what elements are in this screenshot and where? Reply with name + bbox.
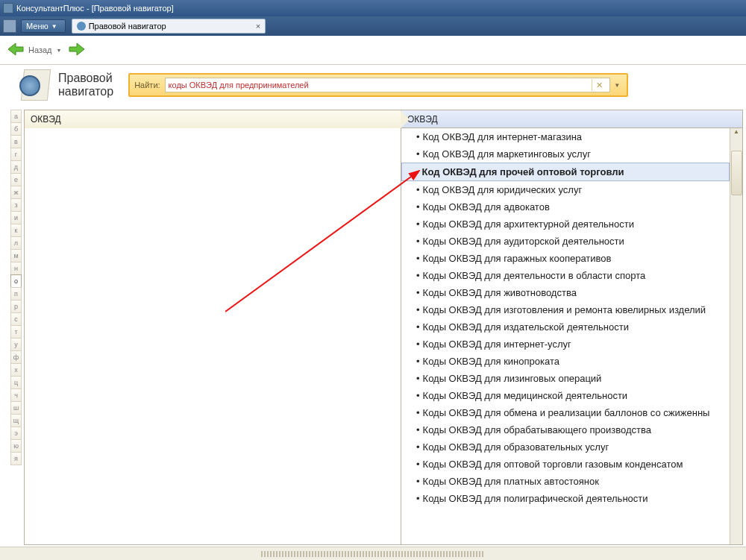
alpha-btn-и[interactable]: и	[10, 211, 22, 224]
alpha-btn-г[interactable]: г	[10, 148, 22, 161]
list-item-label: Коды ОКВЭД для издательской деятельности	[423, 321, 629, 333]
status-bar	[0, 547, 746, 560]
alpha-btn-в[interactable]: в	[10, 135, 22, 148]
page-header: Правовой навигатор Найти: коды ОКВЭД для…	[0, 65, 746, 105]
list-item[interactable]: •Код ОКВЭД для интернет-магазина	[401, 128, 730, 145]
alpha-btn-ш[interactable]: ш	[10, 401, 22, 415]
alpha-btn-ч[interactable]: ч	[10, 388, 22, 402]
list-item[interactable]: •Коды ОКВЭД для обрабатывающего производ…	[401, 421, 730, 438]
list-item-label: Код ОКВЭД для интернет-магазина	[423, 131, 583, 142]
alpha-btn-х[interactable]: х	[10, 363, 22, 377]
left-pane: ОКВЭД	[24, 110, 401, 545]
list-item[interactable]: •Коды ОКВЭД для платных автостоянок	[401, 473, 730, 490]
history-dropdown[interactable]: ▼	[57, 48, 62, 53]
alpha-btn-п[interactable]: п	[10, 287, 22, 301]
alpha-btn-к[interactable]: к	[10, 224, 22, 237]
alpha-index: абвгдежзиклмнопрстуфхцчшщэюя	[10, 110, 22, 545]
bullet-icon: •	[416, 441, 420, 453]
alpha-btn-м[interactable]: м	[10, 249, 22, 262]
list-item[interactable]: •Коды ОКВЭД для гаражных кооперативов	[401, 250, 730, 267]
bullet-icon: •	[416, 253, 420, 264]
right-header: ОКВЭД	[401, 110, 742, 128]
menu-label: Меню	[26, 22, 48, 31]
bullet-icon: •	[416, 356, 420, 367]
app-icon	[3, 3, 13, 13]
alpha-btn-я[interactable]: я	[10, 452, 22, 465]
alpha-btn-д[interactable]: д	[10, 160, 22, 174]
chevron-down-icon: ▼	[51, 23, 57, 30]
clear-icon[interactable]: ✕	[592, 79, 606, 91]
alpha-btn-т[interactable]: т	[10, 325, 22, 339]
list-item-label: Коды ОКВЭД для интернет-услуг	[423, 339, 571, 350]
compass-icon	[77, 22, 86, 31]
list-item[interactable]: •Коды ОКВЭД для животноводства	[401, 284, 730, 301]
forward-button[interactable]	[69, 43, 85, 57]
alpha-btn-с[interactable]: с	[10, 312, 22, 326]
list-item-label: Коды ОКВЭД для лизинговых операций	[423, 373, 602, 384]
list-item-label: Коды ОКВЭД для гаражных кооперативов	[423, 253, 612, 264]
left-list[interactable]	[25, 128, 401, 544]
alpha-btn-з[interactable]: з	[10, 198, 22, 212]
list-item[interactable]: •Коды ОКВЭД для образовательных услуг	[401, 438, 730, 456]
bullet-icon: •	[416, 390, 420, 401]
resize-grip[interactable]	[261, 551, 485, 557]
list-item-label: Коды ОКВЭД для оптовой торговли газовым …	[423, 459, 683, 470]
list-item[interactable]: •Код ОКВЭД для маркетинговых услуг	[401, 145, 730, 163]
svg-marker-0	[8, 43, 23, 55]
list-item[interactable]: •Код ОКВЭД для юридических услуг	[401, 181, 730, 198]
active-tab[interactable]: Правовой навигатор ×	[72, 19, 266, 34]
content-area: абвгдежзиклмнопрстуфхцчшщэюя ОКВЭД ОКВЭД…	[0, 105, 746, 545]
scroll-thumb[interactable]	[731, 151, 742, 195]
navigator-icon	[19, 69, 51, 101]
alpha-btn-б[interactable]: б	[10, 122, 22, 136]
right-list[interactable]: •Код ОКВЭД для интернет-магазина•Код ОКВ…	[401, 128, 730, 544]
alpha-btn-ф[interactable]: ф	[10, 350, 22, 364]
list-item[interactable]: •Коды ОКВЭД для оптовой торговли газовым…	[401, 456, 730, 473]
list-item-label: Коды ОКВЭД для архитектурной деятельност…	[423, 218, 634, 230]
list-item[interactable]: •Коды ОКВЭД для адвокатов	[401, 198, 730, 215]
alpha-btn-ю[interactable]: ю	[10, 439, 22, 453]
right-pane: ОКВЭД •Код ОКВЭД для интернет-магазина•К…	[401, 110, 743, 545]
alpha-btn-ж[interactable]: ж	[10, 186, 22, 199]
search-input[interactable]: коды ОКВЭД для предпринимателей ✕	[165, 78, 611, 92]
list-item[interactable]: •Коды ОКВЭД для деятельности в области с…	[401, 267, 730, 284]
page-title: Правовой навигатор	[58, 72, 113, 98]
alpha-btn-ц[interactable]: ц	[10, 376, 22, 389]
close-icon[interactable]: ×	[256, 22, 260, 31]
list-item-label: Коды ОКВЭД для деятельности в области сп…	[423, 270, 646, 281]
alpha-btn-о[interactable]: о	[10, 274, 22, 288]
alpha-btn-р[interactable]: р	[10, 300, 22, 313]
list-item[interactable]: •Коды ОКВЭД для интернет-услуг	[401, 336, 730, 353]
alpha-btn-щ[interactable]: щ	[10, 414, 22, 427]
list-item[interactable]: •Коды ОКВЭД для обмена и реализации балл…	[401, 404, 730, 421]
list-item[interactable]: •Код ОКВЭД для прочей оптовой торговли	[401, 163, 730, 181]
bullet-icon: •	[416, 407, 420, 418]
bullet-icon: •	[416, 270, 420, 281]
list-item[interactable]: •Коды ОКВЭД для издательской деятельност…	[401, 318, 730, 336]
search-dropdown-icon[interactable]: ▼	[612, 82, 622, 89]
alpha-btn-а[interactable]: а	[10, 110, 22, 123]
home-icon[interactable]	[3, 19, 16, 33]
list-item[interactable]: •Коды ОКВЭД для полиграфической деятельн…	[401, 490, 730, 507]
list-item[interactable]: •Коды ОКВЭД для изготовления и ремонта ю…	[401, 301, 730, 318]
bullet-icon: •	[416, 424, 420, 435]
alpha-btn-л[interactable]: л	[10, 236, 22, 250]
list-item-label: Коды ОКВЭД для образовательных услуг	[423, 441, 609, 453]
alpha-btn-у[interactable]: у	[10, 338, 22, 351]
list-item[interactable]: •Коды ОКВЭД для аудиторской деятельности	[401, 233, 730, 250]
list-item[interactable]: •Коды ОКВЭД для медицинской деятельности	[401, 387, 730, 404]
list-item[interactable]: •Коды ОКВЭД для лизинговых операций	[401, 370, 730, 387]
alpha-btn-э[interactable]: э	[10, 427, 22, 440]
search-box: Найти: коды ОКВЭД для предпринимателей ✕…	[128, 73, 628, 97]
menu-button[interactable]: Меню ▼	[21, 19, 66, 33]
alpha-btn-н[interactable]: н	[10, 262, 22, 275]
list-item[interactable]: •Коды ОКВЭД для кинопроката	[401, 353, 730, 370]
list-item-label: Коды ОКВЭД для обмена и реализации балло…	[423, 407, 710, 418]
scrollbar[interactable]: ▲	[730, 128, 742, 544]
list-item-label: Код ОКВЭД для маркетинговых услуг	[423, 148, 591, 160]
list-item[interactable]: •Коды ОКВЭД для архитектурной деятельнос…	[401, 215, 730, 233]
back-button[interactable]	[7, 43, 24, 57]
bullet-icon: •	[416, 304, 420, 315]
bullet-icon: •	[416, 131, 420, 142]
alpha-btn-е[interactable]: е	[10, 173, 22, 186]
